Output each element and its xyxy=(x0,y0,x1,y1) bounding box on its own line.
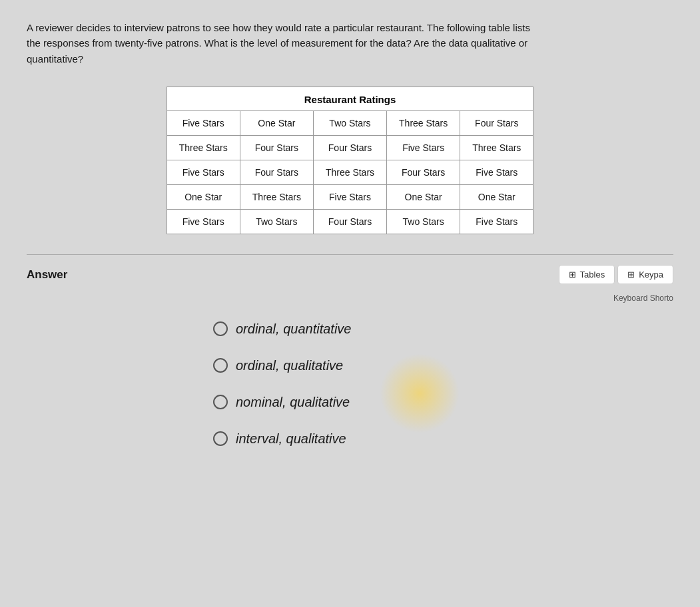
tables-grid-icon: ⊞ xyxy=(569,270,576,280)
keyboard-shortcut-label: Keyboard Shorto xyxy=(613,294,673,303)
section-divider xyxy=(27,254,673,255)
table-cell: Four Stars xyxy=(460,110,533,135)
table-row: One StarThree StarsFive StarsOne StarOne… xyxy=(167,184,533,209)
keypad-grid-icon: ⊞ xyxy=(627,270,635,280)
table-caption: Restaurant Ratings xyxy=(167,87,534,110)
question-text: A reviewer decides to interview patrons … xyxy=(27,20,546,67)
option-label-3: nominal, qualitative xyxy=(236,395,350,410)
answer-section: Answer ⊞ Tables ⊞ Keypa Keyboard Shorto … xyxy=(27,268,673,447)
tables-button-label: Tables xyxy=(580,270,605,280)
option-label-4: interval, qualitative xyxy=(236,431,346,447)
options-container: ordinal, quantitativeordinal, qualitativ… xyxy=(213,321,673,447)
table-cell: Two Stars xyxy=(313,110,386,135)
table-cell: Four Stars xyxy=(240,135,313,160)
option-label-2: ordinal, qualitative xyxy=(236,358,343,373)
table-row: Five StarsTwo StarsFour StarsTwo StarsFi… xyxy=(167,209,533,234)
option-item-4[interactable]: interval, qualitative xyxy=(213,431,673,447)
table-cell: Three Stars xyxy=(167,135,240,160)
table-cell: Four Stars xyxy=(313,135,386,160)
table-cell: Four Stars xyxy=(240,160,313,184)
table-row: Five StarsOne StarTwo StarsThree StarsFo… xyxy=(167,110,533,135)
table-cell: Two Stars xyxy=(240,209,313,234)
table-cell: Five Stars xyxy=(167,209,240,234)
table-cell: Two Stars xyxy=(387,209,460,234)
table-cell: One Star xyxy=(460,184,533,209)
radio-button-1[interactable] xyxy=(213,321,228,336)
table-cell: Five Stars xyxy=(313,184,386,209)
table-cell: Three Stars xyxy=(387,110,460,135)
option-item-3[interactable]: nominal, qualitative xyxy=(213,395,673,410)
table-cell: One Star xyxy=(240,110,313,135)
table-cell: One Star xyxy=(167,184,240,209)
table-cell: Three Stars xyxy=(313,160,386,184)
keypad-button[interactable]: ⊞ Keypa xyxy=(617,265,673,284)
page-wrapper: A reviewer decides to interview patrons … xyxy=(0,0,700,607)
answer-label: Answer xyxy=(27,268,67,281)
option-item-1[interactable]: ordinal, quantitative xyxy=(213,321,673,337)
table-cell: Five Stars xyxy=(460,160,533,184)
table-cell: Three Stars xyxy=(240,184,313,209)
radio-button-4[interactable] xyxy=(213,431,228,446)
table-cell: Five Stars xyxy=(460,209,533,234)
table-cell: Five Stars xyxy=(387,135,460,160)
tables-button[interactable]: ⊞ Tables xyxy=(559,265,615,284)
table-container: Restaurant Ratings Five StarsOne StarTwo… xyxy=(27,87,673,234)
radio-button-3[interactable] xyxy=(213,395,228,409)
table-cell: Four Stars xyxy=(387,160,460,184)
table-cell: Four Stars xyxy=(313,209,386,234)
radio-button-2[interactable] xyxy=(213,358,228,373)
table-cell: Five Stars xyxy=(167,110,240,135)
table-row: Five StarsFour StarsThree StarsFour Star… xyxy=(167,160,533,184)
keypad-button-label: Keypa xyxy=(639,270,663,280)
table-cell: Three Stars xyxy=(460,135,533,160)
ratings-table: Restaurant Ratings Five StarsOne StarTwo… xyxy=(167,87,534,234)
table-cell: Five Stars xyxy=(167,160,240,184)
toolbar-buttons: ⊞ Tables ⊞ Keypa xyxy=(559,265,673,284)
table-cell: One Star xyxy=(387,184,460,209)
option-item-2[interactable]: ordinal, qualitative xyxy=(213,358,673,373)
table-row: Three StarsFour StarsFour StarsFive Star… xyxy=(167,135,533,160)
option-label-1: ordinal, quantitative xyxy=(236,321,351,337)
